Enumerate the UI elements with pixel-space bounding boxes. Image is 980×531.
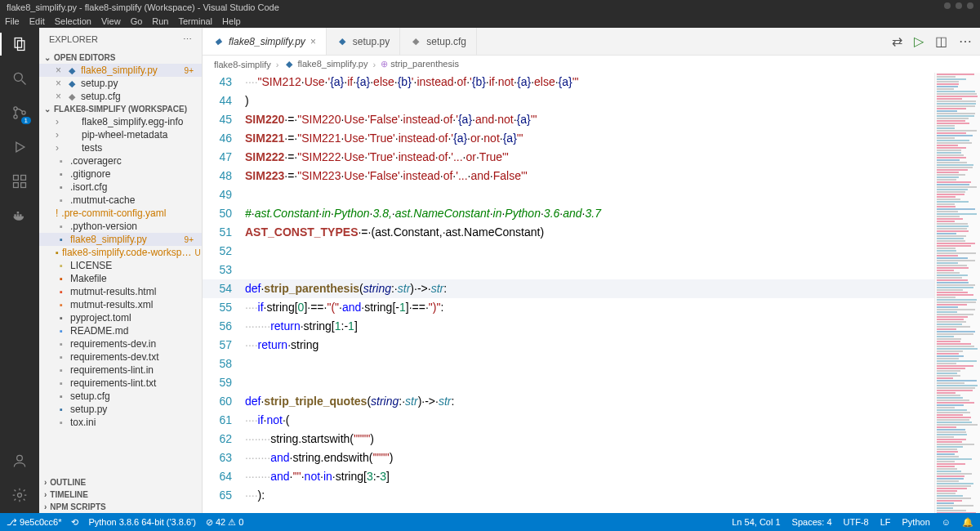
file-tree-item[interactable]: ▪setup.cfg [39,390,202,403]
sync-icon[interactable]: ⟲ [71,517,78,528]
menu-run[interactable]: Run [152,16,168,26]
file-tree-item[interactable]: ▪mutmut-results.xml [39,298,202,311]
file-tree-item[interactable]: ▪LICENSE [39,259,202,272]
file-tree-item[interactable]: ▪requirements-lint.txt [39,377,202,390]
notifications-bell-icon[interactable]: 🔔 [962,517,973,528]
file-tree-item[interactable]: ▪.python-version [39,220,202,233]
run-icon[interactable]: ▷ [914,33,924,49]
file-tree-item[interactable]: ▪requirements-dev.txt [39,350,202,364]
code-line[interactable]: 49 [203,185,934,204]
git-branch-status[interactable]: ⎇ 9e5c0cc6* [7,517,61,528]
close-icon[interactable]: × [56,78,61,89]
open-editor-item[interactable]: ×◆setup.cfg [39,90,202,103]
breadcrumb-segment[interactable]: ◆ flake8_simplify.py [283,59,368,69]
menu-go[interactable]: Go [131,16,143,26]
code-editor[interactable]: 43····"SIM212·Use·'{a}·if·{a}·else·{b}'·… [203,73,934,513]
menu-file[interactable]: File [5,16,20,26]
split-editor-icon[interactable]: ◫ [935,33,947,49]
settings-gear-icon[interactable] [10,485,29,505]
menu-selection[interactable]: Selection [55,16,91,26]
code-line[interactable]: 51AST_CONST_TYPES·=·(ast.Constant,·ast.N… [203,223,934,242]
sidebar-more-icon[interactable]: ⋯ [183,34,192,45]
menu-terminal[interactable]: Terminal [179,16,213,26]
file-tree-item[interactable]: ▪README.md [39,324,202,337]
code-line[interactable]: 55····if·string[0]·==·"("·and·string[-1]… [203,298,934,317]
section-npm-scripts[interactable]: NPM SCRIPTS [39,501,202,513]
editor-tab[interactable]: ◆setup.py [327,28,400,55]
editor-tab[interactable]: ◆flake8_simplify.py× [203,28,327,55]
file-tree-item[interactable]: ›pip-wheel-metadata [39,128,202,141]
more-actions-icon[interactable]: ⋯ [959,33,972,49]
section-outline[interactable]: OUTLINE [39,476,202,489]
code-line[interactable]: 53 [203,261,934,279]
maximize-button[interactable] [956,2,962,9]
compare-icon[interactable]: ⇄ [892,33,902,49]
file-tree-item[interactable]: ▪flake8_simplify.py9+ [39,233,202,246]
code-line[interactable]: 62········string.startswith('"""') [203,430,934,448]
account-icon[interactable] [10,451,29,471]
python-interpreter-status[interactable]: Python 3.8.6 64-bit ('3.8.6') [88,517,195,527]
code-line[interactable]: 64········and·'"'·not·in·string[3:-3] [203,467,934,486]
menu-view[interactable]: View [101,16,121,26]
code-line[interactable]: 48SIM223·=·"SIM223·Use·'False'·instead·o… [203,167,934,185]
file-tree-item[interactable]: ▪mutmut-results.html [39,285,202,298]
cursor-position-status[interactable]: Ln 54, Col 1 [732,517,780,528]
code-line[interactable]: 57····return·string [203,336,934,355]
file-tree-item[interactable]: ▪tox.ini [39,416,202,429]
code-line[interactable]: 46SIM221·=·"SIM221·Use·'True'·instead·of… [203,129,934,148]
file-tree-item[interactable]: !.pre-commit-config.yaml [39,207,202,220]
file-tree-item[interactable]: ›tests [39,141,202,154]
breadcrumb-segment[interactable]: ⊕ strip_parenthesis [381,59,459,69]
problems-status[interactable]: ⊘ 42 ⚠ 0 [206,517,244,528]
breadcrumb-segment[interactable]: flake8-simplify [214,60,271,69]
file-tree-item[interactable]: ▪setup.py [39,403,202,416]
file-tree-item[interactable]: ▪flake8-simplify.code-worksp…U [39,246,202,259]
close-icon[interactable]: × [56,65,61,76]
code-line[interactable]: 44) [203,91,934,110]
code-line[interactable]: 61····if·not·( [203,411,934,430]
editor-tab[interactable]: ◆setup.cfg [400,28,477,55]
file-tree-item[interactable]: ▪requirements-dev.in [39,337,202,350]
code-line[interactable]: 65····): [203,486,934,505]
encoding-status[interactable]: UTF-8 [844,517,869,528]
eol-status[interactable]: LF [880,517,891,528]
code-line[interactable]: 47SIM222·=·"SIM222·Use·'True'·instead·of… [203,148,934,167]
code-line[interactable]: 52 [203,242,934,261]
code-line[interactable]: 54def·strip_parenthesis(string:·str)·->·… [203,279,934,298]
file-tree-item[interactable]: ▪pyproject.toml [39,311,202,324]
minimize-button[interactable] [944,2,951,9]
close-window-button[interactable] [967,2,973,9]
open-editors-header[interactable]: OPEN EDITORS [39,51,202,64]
section-timeline[interactable]: TIMELINE [39,489,202,501]
indentation-status[interactable]: Spaces: 4 [792,517,832,528]
menu-help[interactable]: Help [222,16,241,26]
file-tree-item[interactable]: ▪.isort.cfg [39,181,202,194]
file-tree-item[interactable]: ▪requirements-lint.in [39,364,202,377]
source-control-icon[interactable]: 1 [10,103,29,123]
breadcrumb[interactable]: flake8-simplify›◆ flake8_simplify.py›⊕ s… [203,56,980,73]
close-icon[interactable]: × [56,91,61,102]
open-editor-item[interactable]: ×◆setup.py [39,77,202,90]
code-line[interactable]: 58 [203,355,934,373]
feedback-icon[interactable]: ☺ [942,517,951,528]
code-line[interactable]: 56········return·string[1:-1] [203,317,934,336]
file-tree-item[interactable]: ▪.gitignore [39,167,202,181]
close-tab-icon[interactable]: × [310,36,316,47]
search-icon[interactable] [10,69,29,88]
file-tree-item[interactable]: ▪Makefile [39,272,202,285]
docker-icon[interactable] [10,206,29,225]
code-line[interactable]: 50#·ast.Constant·in·Python·3.8,·ast.Name… [203,204,934,223]
explorer-icon[interactable] [10,34,29,54]
file-tree-item[interactable]: ▪.coveragerc [39,154,202,167]
workspace-header[interactable]: FLAKE8-SIMPLIFY (WORKSPACE) [39,103,202,115]
code-line[interactable]: 43····"SIM212·Use·'{a}·if·{a}·else·{b}'·… [203,73,934,91]
language-mode-status[interactable]: Python [902,517,930,528]
minimap[interactable] [934,73,980,513]
run-debug-icon[interactable] [10,137,29,157]
code-line[interactable]: 59 [203,373,934,392]
menu-edit[interactable]: Edit [29,16,45,26]
code-line[interactable]: 45SIM220·=·"SIM220·Use·'False'·instead·o… [203,110,934,129]
file-tree-item[interactable]: ›flake8_simplify.egg-info [39,115,202,128]
file-tree-item[interactable]: ▪.mutmut-cache [39,194,202,207]
extensions-icon[interactable] [10,172,29,191]
